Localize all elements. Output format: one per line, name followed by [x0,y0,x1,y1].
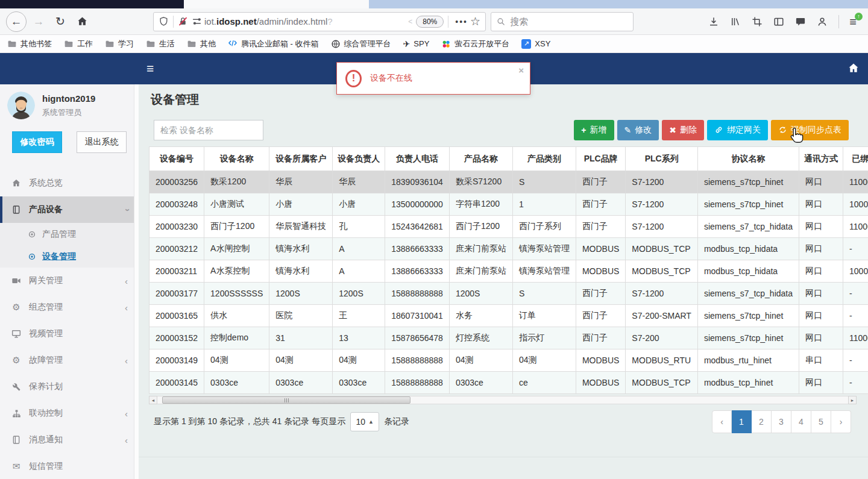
bookmark-star-icon[interactable]: ☆ [470,14,480,28]
pager-page-4[interactable]: 4 [791,410,811,433]
bookmark-folder-study[interactable]: 学习 [105,39,134,49]
alert-message: 设备不在线 [370,73,412,84]
logout-button[interactable]: 退出系统 [77,131,127,153]
sidebar-item-linkage[interactable]: 联动控制 ‹ [0,400,139,427]
sidebar-item-message[interactable]: 消息通知 ‹ [0,427,139,453]
scrollbar-track[interactable] [157,396,848,404]
dot-circle-icon [28,230,36,239]
table-row[interactable]: 200003212A水闸控制镇海水利A13886663333庶来门前泵站镇海泵站… [149,238,868,260]
downloads-icon[interactable] [705,13,723,31]
table-cell: modbus_rtu_hinet [697,349,799,372]
account-icon[interactable] [813,13,831,31]
shield-icon[interactable] [159,16,169,27]
sidebar-item-gateway[interactable]: 网关管理 ‹ [0,268,139,294]
bookmark-folder-life[interactable]: 生活 [146,39,175,49]
scroll-right-arrow[interactable]: ► [848,396,857,404]
column-header[interactable]: 负责人电话 [385,147,450,171]
zoom-level-badge[interactable]: 80% [416,16,444,28]
column-header[interactable]: PLC品牌 [576,147,625,171]
permissions-icon[interactable] [192,16,202,27]
page-size-dropdown[interactable]: 10 ▲ [350,412,379,431]
add-button[interactable]: +新增 [574,120,614,140]
column-header[interactable]: 通讯方式 [799,147,843,171]
table-cell: A [333,238,385,260]
sidebar-item-maintenance[interactable]: 保养计划 [0,374,139,400]
sidebar-item-fault[interactable]: ⚙ 故障管理 ‹ [0,347,139,374]
table-row[interactable]: 200003248小唐测试小唐小唐13500000000字符串12001西门子S… [149,193,868,216]
screenshot-icon[interactable] [748,13,766,31]
table-row[interactable]: 200003165供水医院王18607310041水务订单西门子S7-200-S… [149,305,868,327]
sidebar-collapse-icon[interactable]: ≡ [146,62,154,75]
bookmark-xsy[interactable]: ↗XSY [521,39,550,49]
table-row[interactable]: 200003152控制demo311315878656478灯控系统指示灯西门子… [149,327,868,349]
device-search-input[interactable] [154,120,263,140]
globe-icon [331,39,341,49]
pager-prev[interactable]: ‹ [712,410,732,433]
column-header[interactable]: 协议名称 [697,147,799,171]
url-overflow-indicator: < [408,17,412,26]
sidebar-item-video[interactable]: 视频管理 [0,321,139,347]
browser-search-input[interactable] [510,16,627,27]
reload-button[interactable]: ↻ [51,12,70,31]
table-row[interactable]: 2000031771200SSSSSS1200S1200S15888888888… [149,283,868,305]
table-cell: 18607310041 [385,305,450,327]
bookmark-tencent-mail[interactable]: 腾讯企业邮箱 - 收件箱 [228,39,319,49]
page-actions-icon[interactable]: ••• [455,17,468,27]
home-button[interactable] [72,12,92,31]
url-bar[interactable]: iot.idosp.net/admin/index.html? < 80% ••… [153,12,486,31]
column-header[interactable]: 已绑定网关 [843,147,868,171]
library-icon[interactable] [726,13,744,31]
table-row[interactable]: 200003256数采1200华辰华辰18390936104数采S71200S西… [149,171,868,193]
pager-page-5[interactable]: 5 [811,410,831,433]
bookmark-management-platform[interactable]: 综合管理平台 [331,39,391,49]
column-header[interactable]: 产品名称 [449,147,512,171]
bookmark-folder-work[interactable]: 工作 [64,39,93,49]
scrollbar-thumb[interactable] [162,396,410,404]
column-header[interactable]: 设备负责人 [333,147,385,171]
monitor-icon [11,329,22,339]
horizontal-scrollbar[interactable]: ◄ ► [149,396,857,404]
column-header[interactable]: 设备所属客户 [269,147,333,171]
column-header[interactable]: 设备名称 [204,147,269,171]
sidebar-item-scada[interactable]: ⚙ 组态管理 ‹ [0,294,139,321]
edit-button[interactable]: ✎修改 [617,120,659,140]
forward-button[interactable]: → [29,12,48,31]
pager-page-1[interactable]: 1 [732,410,752,433]
pager-next[interactable]: › [831,410,851,433]
sidebar-item-product-mgmt[interactable]: 产品管理 [0,223,139,245]
column-header[interactable]: 设备编号 [149,147,204,171]
delete-button[interactable]: ✖删除 [662,120,704,140]
bookmark-spy[interactable]: ✈SPY [403,39,430,48]
pager-page-2[interactable]: 2 [752,410,772,433]
sidebar-item-device-mgmt[interactable]: 设备管理 [0,245,139,268]
change-password-button[interactable]: 修改密码 [12,131,62,153]
sidebar-item-product-device[interactable]: 产品设备 ‹ [0,196,139,223]
insecure-lock-icon[interactable] [178,16,188,27]
alert-close-button[interactable]: × [518,65,524,75]
divider [448,16,448,28]
app-home-icon[interactable] [848,62,860,76]
messages-icon[interactable] [791,13,810,31]
browser-search-box[interactable] [491,12,634,31]
bookmark-folder-other-bookmarks[interactable]: 其他书签 [7,39,52,49]
table-cell: 13 [333,327,385,349]
column-header[interactable]: 产品类别 [512,147,576,171]
bookmark-ezviz[interactable]: 萤石云开放平台 [441,39,509,49]
table-row[interactable]: 2000031450303ce0303ce0303ce1588888888803… [149,372,868,394]
tab-strip-active-tab[interactable] [184,0,369,8]
table-row[interactable]: 20000314904测04测04测1588888888804测04测MODBU… [149,349,868,372]
sidebar-toggle-icon[interactable] [770,13,788,31]
sidebar-item-overview[interactable]: 系统总览 [0,170,139,196]
bind-gateway-button[interactable]: 绑定网关 [707,120,768,140]
menu-button[interactable]: ≡ ↑ [844,13,862,31]
scroll-left-arrow[interactable]: ◄ [149,396,157,404]
table-row[interactable]: 200003211A水泵控制镇海水利A13886663333庶来门前泵站镇海泵站… [149,260,868,283]
pager-page-3[interactable]: 3 [772,410,791,433]
bookmark-folder-misc[interactable]: 其他 [187,39,216,49]
table-cell: - [843,372,868,394]
column-header[interactable]: PLC系列 [626,147,698,171]
table-row[interactable]: 200003230西门子1200华辰智通科技孔15243642681西门子120… [149,216,868,238]
back-button[interactable]: ← [6,11,27,32]
sidebar-item-sms[interactable]: ✉ 短信管理 [0,453,139,479]
force-sync-button[interactable]: 强制同步点表 [771,120,849,140]
